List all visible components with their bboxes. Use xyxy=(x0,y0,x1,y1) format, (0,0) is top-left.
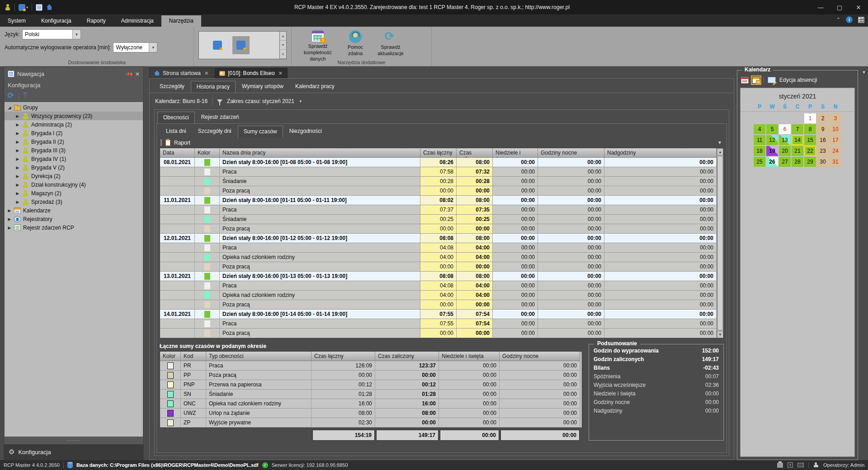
calendar-day[interactable]: 20 xyxy=(779,146,791,156)
summary-row[interactable]: SNŚniadanie01:2801:2800:0000:00 xyxy=(160,390,582,399)
tree-item[interactable]: ▶Kalendarze xyxy=(5,206,143,215)
calendar-day[interactable]: 30 xyxy=(817,157,829,167)
column-header[interactable]: Czas łączny xyxy=(311,352,375,361)
calendar-day[interactable]: 26 xyxy=(766,157,778,167)
menu-tab-konfiguracja[interactable]: Konfiguracja xyxy=(33,15,79,27)
tree-item[interactable]: ▶Rejestratory xyxy=(5,215,143,223)
app-menu-button[interactable]: ▾ xyxy=(19,4,28,11)
autologout-select[interactable]: Wyłączone ▼ xyxy=(113,42,157,52)
calendar-day[interactable]: 16 xyxy=(817,135,829,145)
collapsed-arrow-icon[interactable]: ▶ xyxy=(15,174,20,179)
calendar-day[interactable]: 29 xyxy=(804,157,816,167)
table-row[interactable]: 13.01.2021Dzień stały 8:00-16:00 [01-13 … xyxy=(160,272,717,281)
calendar-day[interactable]: 12 xyxy=(766,135,778,145)
window-layout-icon[interactable] xyxy=(858,17,864,23)
scroll-up-icon[interactable]: ▲ xyxy=(717,148,723,155)
table-row[interactable]: Opieka nad członkiem rodziny04:0004:0000… xyxy=(160,291,717,300)
calendar-day[interactable]: 6 xyxy=(779,124,791,134)
column-header[interactable]: Typ obecności xyxy=(206,352,311,361)
table-row[interactable]: 08.01.2021Dzień stały 8:00-16:00 [01-08 … xyxy=(160,158,717,167)
table-row[interactable]: Poza pracą00:0000:0000:0000:0000:00 xyxy=(160,262,717,272)
home-icon[interactable] xyxy=(46,4,53,10)
collapsed-arrow-icon[interactable]: ▶ xyxy=(15,157,20,161)
table-row[interactable]: Poza pracą00:0000:0000:0000:0000:00 xyxy=(160,329,717,338)
table-row[interactable]: 11.01.2021Dzień stały 8:00-16:00 [01-11 … xyxy=(160,196,717,205)
calendar-day[interactable]: 22 xyxy=(804,146,816,156)
collapsed-arrow-icon[interactable]: ▶ xyxy=(15,148,20,153)
calendar-day[interactable]: 3 xyxy=(830,113,841,123)
collapse-all-icon[interactable]: ↑ xyxy=(24,93,27,99)
maximize-button[interactable]: ▢ xyxy=(830,0,849,14)
collapsed-arrow-icon[interactable]: ▶ xyxy=(15,114,20,118)
column-header[interactable]: Godziny nocne xyxy=(538,148,604,158)
table-row[interactable]: Praca07:5807:3200:0000:0000:00 xyxy=(160,167,717,177)
calendar-day[interactable]: 31 xyxy=(830,157,841,167)
tree-item[interactable]: ▶Brygada V (2) xyxy=(5,163,143,172)
summary-row[interactable]: PPPoza pracą00:0000:0000:0000:00 xyxy=(160,371,582,380)
tree-item[interactable]: ▶Administracja (2) xyxy=(5,120,143,129)
tree-item[interactable]: ▶Dyrekcja (2) xyxy=(5,172,143,180)
column-header[interactable]: Kod xyxy=(181,352,206,361)
remote-help-button[interactable]: Pomoc zdalna xyxy=(341,29,369,62)
theme-option[interactable] xyxy=(209,36,226,54)
collapsed-arrow-icon[interactable]: ▶ xyxy=(15,140,20,144)
collapsed-arrow-icon[interactable]: ▶ xyxy=(7,208,12,213)
close-icon[interactable]: ✕ xyxy=(135,71,140,77)
chevron-down-icon[interactable]: ▼ xyxy=(72,30,80,39)
calendar-view-icon[interactable] xyxy=(741,77,749,84)
collapsed-arrow-icon[interactable]: ▶ xyxy=(15,183,20,187)
summary-row[interactable]: PNPPrzerwa na papierosa00:1200:1200:0000… xyxy=(160,380,582,390)
tree-item[interactable]: ▶Sprzedaż (3) xyxy=(5,197,143,206)
pin-icon[interactable]: 📌 xyxy=(124,69,133,78)
table-row[interactable]: Praca04:0804:0000:0000:0000:00 xyxy=(160,281,717,291)
expanded-arrow-icon[interactable]: ◢ xyxy=(7,105,12,110)
tree-item[interactable]: ▶Brygada I (2) xyxy=(5,129,143,137)
close-icon[interactable]: ✕ xyxy=(204,70,208,76)
time-range-button[interactable]: Zakres czasu: styczeń 2021 xyxy=(227,98,294,104)
edit-absence-button[interactable]: Edycja absencji xyxy=(779,77,817,83)
chevron-down-icon[interactable]: ▼ xyxy=(717,140,722,145)
menu-tab-administracja[interactable]: Administracja xyxy=(113,15,161,27)
calendar-day[interactable]: 11 xyxy=(754,135,765,145)
calendar-day[interactable]: 2 xyxy=(817,113,829,123)
minimize-button[interactable]: — xyxy=(811,0,830,14)
table-row[interactable]: Praca04:0804:0000:0000:0000:00 xyxy=(160,243,717,253)
tab-historia-pracy[interactable]: Historia pracy xyxy=(191,81,236,93)
tab-szczegóły[interactable]: Szczegóły xyxy=(154,81,190,93)
chevron-down-icon[interactable]: ▼ xyxy=(299,99,302,103)
calendar-day[interactable]: 28 xyxy=(792,157,803,167)
tree-item[interactable]: ▶Brygada IV (1) xyxy=(5,155,143,163)
printer-icon[interactable] xyxy=(777,463,783,468)
collapsed-arrow-icon[interactable]: ▶ xyxy=(15,131,20,136)
calendar-day[interactable]: 24 xyxy=(830,146,841,156)
calendar-day[interactable]: 18 xyxy=(754,146,765,156)
tree-item[interactable]: ▶Dział konstrukcyjny (4) xyxy=(5,180,143,189)
tab-lista-dni[interactable]: Lista dni xyxy=(160,126,192,137)
scroll-thumb[interactable] xyxy=(717,156,723,330)
menu-tab-narzędzia[interactable]: Narzędzia xyxy=(161,15,201,27)
table-row[interactable]: Opieka nad członkiem rodziny04:0004:0000… xyxy=(160,253,717,262)
menu-tab-raporty[interactable]: Raporty xyxy=(79,15,113,27)
check-data-completeness-button[interactable]: Sprawdź kompletność danych xyxy=(296,29,340,62)
collapsed-arrow-icon[interactable]: ▶ xyxy=(15,191,20,196)
calendar-day[interactable]: 14 xyxy=(792,135,803,145)
tree-item[interactable]: ▶Rejestr zdarzeń RCP xyxy=(5,223,143,232)
summary-row[interactable]: ONCOpieka nad członkiem rodziny16:0016:0… xyxy=(160,399,582,409)
column-header[interactable]: Nazwa dnia pracy xyxy=(220,148,420,158)
table-row[interactable]: Poza pracą00:0000:0000:0000:0000:00 xyxy=(160,300,717,310)
calendar-day[interactable]: 23 xyxy=(817,146,829,156)
tab-kalendarz-pracy[interactable]: Kalendarz pracy xyxy=(290,81,340,93)
vertical-scrollbar[interactable]: ▲ ▼ xyxy=(717,148,723,338)
column-header[interactable]: Niedziele i święta xyxy=(439,352,500,361)
tab-obecności[interactable]: Obecności xyxy=(157,112,195,123)
theme-gallery-scroll[interactable]: ▲ ▼ ⇟ xyxy=(280,31,287,59)
collapsed-arrow-icon[interactable]: ▶ xyxy=(7,226,12,230)
table-row[interactable]: 14.01.2021Dzień stały 8:00-16:00 [01-14 … xyxy=(160,310,717,319)
column-header[interactable]: Kolor xyxy=(160,352,181,361)
info-icon[interactable]: i xyxy=(846,16,853,23)
tab-wymiary-urlopów[interactable]: Wymiary urlopów xyxy=(236,81,289,93)
tab-sumy-czasów[interactable]: Sumy czasów xyxy=(238,126,283,137)
keyboard-icon[interactable] xyxy=(797,463,804,467)
scroll-down-icon[interactable]: ▼ xyxy=(280,41,286,50)
calendar-day[interactable]: 4 xyxy=(754,124,765,134)
